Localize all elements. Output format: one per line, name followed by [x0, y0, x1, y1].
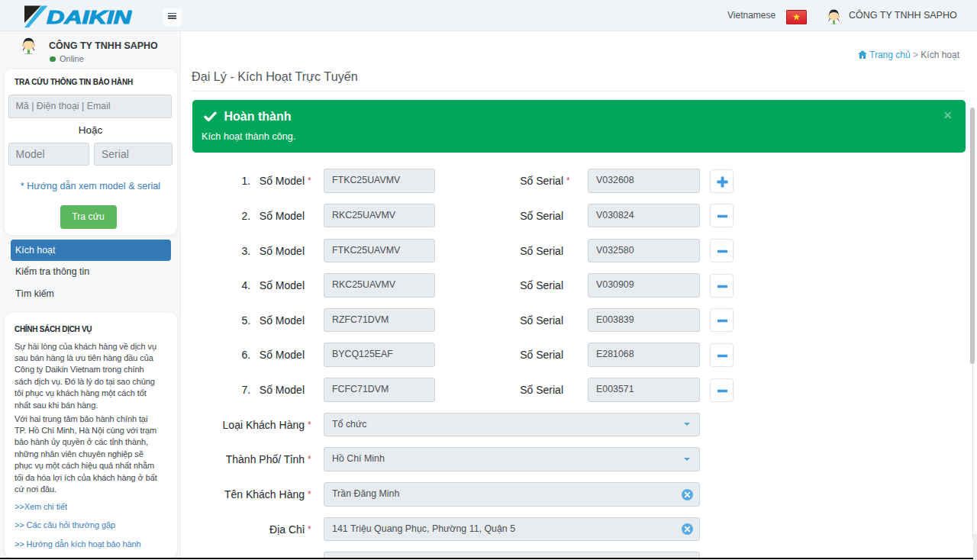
svg-text:DAIKIN: DAIKIN	[47, 7, 132, 27]
